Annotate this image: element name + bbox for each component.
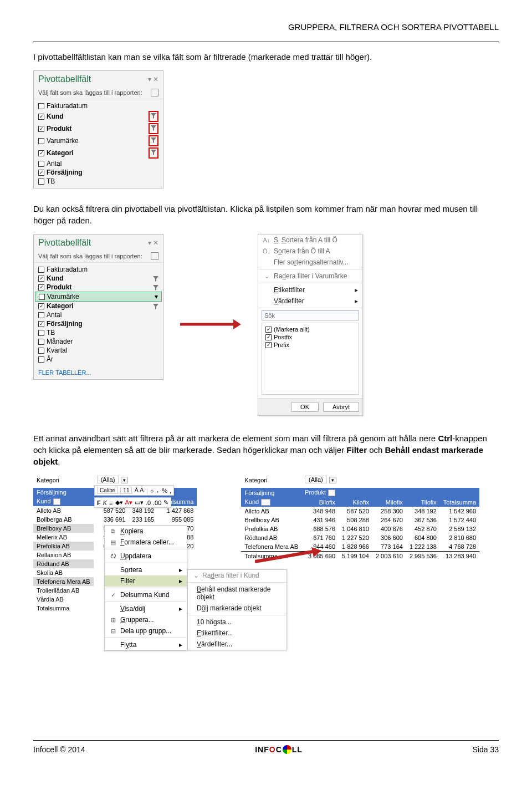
funnel-icon[interactable]: 🝖 [261,499,270,506]
sort-az-icon: A↓ [263,237,270,243]
chevron-down-icon[interactable]: ▾ [329,477,336,483]
field-label[interactable]: Produkt [47,125,71,132]
checkbox[interactable] [38,138,44,144]
sort-za[interactable]: Sortera från Ö till A [274,247,330,255]
field-label[interactable]: Kund [47,113,64,120]
field-label[interactable]: Kvartal [47,346,67,354]
arrow-right-icon [255,547,321,565]
checkbox[interactable] [38,179,44,185]
gear-icon[interactable] [151,89,158,96]
ok-button[interactable]: OK [291,402,319,412]
pivot-field-pane-1: Pivottabellfält ▾ ✕ Välj fält som ska lä… [33,70,163,188]
chevron-right-icon: ▸ [179,566,182,574]
mini-format-toolbar-2[interactable]: F K ≡ ◆▾ A▾ ▭▾ .0 .00 ✎ [94,497,171,508]
funnel-icon [151,137,156,142]
filter-checkbox-list[interactable]: ✓(Markera allt) ✓Postfix ✓Prefix [262,323,359,395]
chevron-right-icon: ▸ [355,297,358,305]
funnel-icon [151,149,156,155]
checkbox[interactable] [38,330,44,336]
field-label[interactable]: År [47,355,53,363]
pane-title: Pivottabellfält [38,74,91,84]
footer-right: Sida 33 [473,745,499,754]
checkbox[interactable]: ✓ [38,126,44,132]
field-label[interactable]: TB [47,329,55,337]
field-label[interactable]: Antal [47,160,62,167]
field-label[interactable]: Fakturadatum [47,102,88,110]
ungroup-icon: ⊟ [109,628,117,635]
svg-line-2 [255,552,313,562]
pane-subtitle: Välj fält som ska läggas till i rapporte… [38,89,142,96]
filter-submenu: ⌄Radera filter i Kund Behåll endast mark… [187,569,287,650]
currency-icon[interactable]: ⟐ ▾ [150,487,160,494]
checkbox[interactable] [39,294,45,300]
chevron-right-icon: ▸ [179,577,182,585]
funnel-icon [153,303,158,309]
context-menu: ⧉Kopiera ▤Formatera celler... 🗘Uppdatera… [104,525,187,651]
footer-logo: INFOCLL [255,745,303,754]
page-footer: Infocell © 2014 INFOCLL Sida 33 [33,740,499,765]
sort-za-icon: Ö↓ [263,248,270,254]
left-pivot-screenshot: Kategori(Alla)▾ Försäljning Kund▾Totalsu… [33,475,197,613]
field-label[interactable]: Fakturadatum [47,266,88,273]
svg-marker-1 [233,319,241,329]
hide-selected[interactable]: Dölj markerade objekt [188,603,287,614]
font-color-icon: A▾ [125,499,132,506]
checkbox[interactable] [38,348,44,354]
chevron-down-icon[interactable]: ▾ [155,293,158,300]
label-filter[interactable]: Etikettfilter [274,286,305,294]
field-label[interactable]: Försäljning [47,169,83,176]
copy-icon: ⧉ [109,528,117,535]
format-cells-icon: ▤ [109,539,117,546]
clear-filter[interactable]: Radera filter i Varumärke [274,272,347,280]
field-label[interactable]: Varumärke [47,137,79,145]
field-label[interactable]: Kategori [47,149,74,157]
checkbox[interactable] [38,339,44,345]
field-label[interactable]: Kund [47,274,64,282]
checkbox[interactable] [38,312,44,318]
more-sort[interactable]: Fler sorteringsalternativ... [274,258,349,266]
mini-format-toolbar[interactable]: Calibri 11 Â Ǎ| ⟐ ▾ %, [94,485,174,496]
field-label[interactable]: Månader [47,338,73,345]
value-filter[interactable]: Värdefilter [274,297,304,305]
field-label[interactable]: Kategori [47,302,74,310]
format-painter-icon: ✎ [163,499,168,506]
search-input[interactable]: Sök [262,310,359,320]
cancel-button[interactable]: Avbryt [323,402,359,412]
field-label[interactable]: Försäljning [47,320,83,328]
chevron-down-icon[interactable]: ▾ [53,498,60,505]
footer-left: Infocell © 2014 [33,745,85,754]
keep-selected[interactable]: Behåll endast markerade objekt [188,584,287,603]
checkbox[interactable]: ✓ [38,321,44,327]
group-icon: ⊞ [109,616,117,624]
fill-icon: ◆▾ [115,499,123,506]
field-label[interactable]: Antal [47,311,62,319]
checkbox[interactable] [38,356,44,363]
clear-filter-icon: ⌄ [263,273,270,280]
checkbox[interactable] [38,103,44,109]
chevron-right-icon: ▸ [355,286,358,294]
checkbox[interactable]: ✓ [38,276,44,282]
field-label[interactable]: TB [47,177,55,185]
checkbox[interactable] [38,161,44,167]
filter-menu-item[interactable]: Filter▸ [105,575,187,587]
funnel-icon [153,284,158,290]
paragraph-2: Du kan också filtrera din pivottabell vi… [33,203,499,226]
paragraph-1: I pivottabellfältlistan kan man se vilka… [33,51,499,63]
checkbox[interactable]: ✓ [38,114,44,120]
checkbox[interactable]: ✓ [38,303,44,309]
funnel-icon [153,276,158,281]
checkbox[interactable] [38,267,44,273]
funnel-icon [151,113,156,118]
sort-az[interactable]: Sortera från A till Ö [282,236,337,244]
page-header: GRUPPERA, FILTRERA OCH SORTERA PIVOTTABE… [33,22,499,32]
chevron-down-icon[interactable]: ▾ [121,477,128,483]
gear-icon[interactable] [151,252,158,260]
pane-window-controls[interactable]: ▾ ✕ [148,75,158,83]
checkbox[interactable]: ✓ [38,284,44,290]
header-rule [33,42,499,42]
field-label[interactable]: Produkt [47,283,71,291]
checkbox[interactable]: ✓ [38,150,44,156]
more-tables-link[interactable]: FLER TABELLER... [34,366,163,379]
field-label[interactable]: Varumärke [47,293,79,300]
checkbox[interactable]: ✓ [38,170,44,176]
